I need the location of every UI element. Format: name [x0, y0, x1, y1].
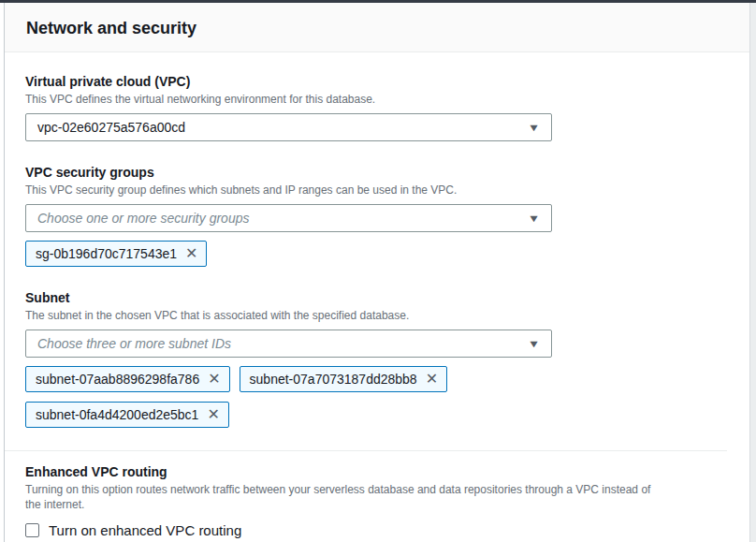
- field-security-groups: VPC security groups This VPC security gr…: [25, 164, 727, 267]
- enhanced-vpc-routing-description: Turning on this option routes network tr…: [25, 482, 654, 512]
- field-vpc: Virtual private cloud (VPC) This VPC def…: [25, 73, 727, 141]
- top-bar: [0, 0, 756, 3]
- panel-title: Network and security: [26, 18, 727, 38]
- subnet-token-list: subnet-07aab8896298fa786✕subnet-07a70731…: [25, 366, 552, 428]
- enhanced-vpc-routing-label: Enhanced VPC routing: [25, 463, 727, 480]
- enhanced-vpc-routing-checkbox-row: Turn on enhanced VPC routing: [25, 522, 727, 538]
- security-groups-select[interactable]: Choose one or more security groups ▼: [25, 204, 552, 232]
- scrollbar-track[interactable]: [749, 3, 756, 542]
- network-security-panel: Network and security Virtual private clo…: [4, 3, 749, 542]
- security-groups-placeholder: Choose one or more security groups: [37, 211, 249, 226]
- vpc-description: This VPC defines the virtual networking …: [25, 92, 727, 107]
- dismiss-token-icon[interactable]: ✕: [426, 372, 438, 387]
- enhanced-vpc-routing-checkbox-label[interactable]: Turn on enhanced VPC routing: [49, 522, 241, 538]
- selected-token: sg-0b196d70c717543e1✕: [25, 241, 207, 267]
- vpc-select-value: vpc-02e60275a576a00cd: [37, 120, 185, 135]
- vpc-select[interactable]: vpc-02e60275a576a00cd ▼: [25, 113, 552, 141]
- selected-token: subnet-07a7073187dd28bb8✕: [240, 366, 447, 392]
- subnet-placeholder: Choose three or more subnet IDs: [37, 336, 231, 351]
- security-groups-description: This VPC security group defines which su…: [25, 183, 727, 198]
- vpc-label: Virtual private cloud (VPC): [25, 73, 727, 90]
- security-group-token-list: sg-0b196d70c717543e1✕: [25, 241, 552, 267]
- chevron-down-icon: ▼: [528, 339, 541, 349]
- subnet-label: Subnet: [25, 289, 727, 306]
- token-label: subnet-07aab8896298fa786: [36, 371, 199, 388]
- token-label: subnet-07a7073187dd28bb8: [250, 371, 417, 388]
- security-groups-label: VPC security groups: [25, 164, 727, 181]
- subnet-description: The subnet in the chosen VPC that is ass…: [25, 308, 727, 323]
- token-label: sg-0b196d70c717543e1: [36, 245, 177, 262]
- subnet-select[interactable]: Choose three or more subnet IDs ▼: [25, 330, 552, 358]
- field-enhanced-vpc-routing: Enhanced VPC routing Turning on this opt…: [25, 463, 727, 538]
- selected-token: subnet-0fa4d4200ed2e5bc1✕: [25, 402, 229, 428]
- dismiss-token-icon[interactable]: ✕: [185, 246, 197, 261]
- token-label: subnet-0fa4d4200ed2e5bc1: [36, 406, 198, 423]
- dismiss-token-icon[interactable]: ✕: [208, 372, 220, 387]
- section-divider: [5, 450, 727, 451]
- field-subnet: Subnet The subnet in the chosen VPC that…: [25, 289, 727, 428]
- enhanced-vpc-routing-checkbox[interactable]: [25, 523, 39, 537]
- dismiss-token-icon[interactable]: ✕: [207, 407, 219, 422]
- chevron-down-icon: ▼: [528, 123, 541, 133]
- chevron-down-icon: ▼: [528, 213, 541, 224]
- panel-body: Virtual private cloud (VPC) This VPC def…: [5, 52, 749, 538]
- selected-token: subnet-07aab8896298fa786✕: [25, 366, 230, 392]
- panel-header: Network and security: [5, 3, 749, 52]
